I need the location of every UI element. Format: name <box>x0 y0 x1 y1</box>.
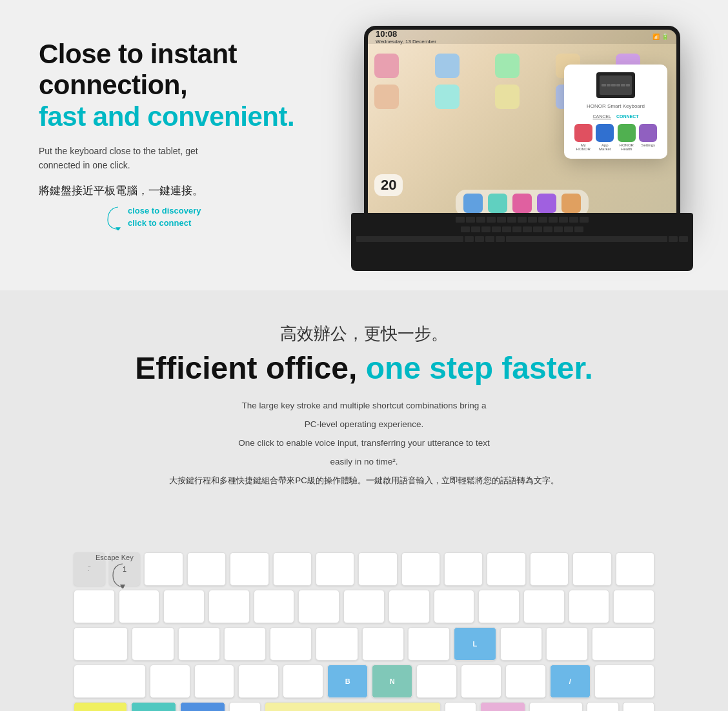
keyboard-keys-row2 <box>351 223 693 232</box>
key-period[interactable] <box>505 665 546 698</box>
headline-cyan: fast and convenient. <box>39 101 349 132</box>
headline-black: Close to instant connection, <box>39 39 349 101</box>
key-2[interactable] <box>144 552 183 586</box>
popup-connect-button[interactable]: CONNECT <box>616 114 639 119</box>
keyboard-section: Escape Key ~` 1 <box>0 507 728 711</box>
key-n[interactable]: N <box>372 665 412 698</box>
key-4[interactable] <box>230 552 268 586</box>
key-enter[interactable] <box>592 627 654 661</box>
key-x[interactable] <box>194 665 235 698</box>
key-12[interactable] <box>572 552 611 586</box>
key-j[interactable] <box>408 627 450 661</box>
key-fn[interactable] <box>587 702 618 711</box>
escape-arrow-icon <box>110 563 129 588</box>
status-time: 10:08 Wednesday, 13 December <box>376 30 436 45</box>
key-caps[interactable] <box>74 627 128 661</box>
keyboard-stand <box>351 213 693 271</box>
honor-apps-grid: My HONOR App Market HONOR Health Setting… <box>574 124 658 151</box>
key-alt-l[interactable] <box>229 702 261 711</box>
subtext: Put the keyboard close to the tablet, ge… <box>39 144 349 173</box>
escape-key-label: Escape Key <box>96 554 134 561</box>
key-c[interactable] <box>238 665 279 698</box>
curve-arrow-icon <box>103 205 123 230</box>
key-r[interactable] <box>254 590 295 623</box>
key-t[interactable] <box>298 590 339 623</box>
popup-buttons: CANCEL CONNECT <box>574 114 658 119</box>
keyboard-keys-row1 <box>351 213 693 223</box>
desc2: PC-level operating experience. <box>183 417 545 432</box>
key-m[interactable] <box>416 665 457 698</box>
discovery-text: close to discovery click to connect <box>128 205 201 230</box>
desc1: The large key stroke and multiple shortc… <box>183 399 545 414</box>
keyboard-icon <box>596 72 635 98</box>
key-tab[interactable] <box>74 590 115 623</box>
key-s[interactable] <box>178 627 220 661</box>
keyboard-layout: ~` 1 <box>74 514 654 711</box>
key-d[interactable] <box>224 627 266 661</box>
chinese-heading: 高效辦公，更快一步。 <box>26 323 702 345</box>
key-h[interactable] <box>362 627 404 661</box>
status-bar: 10:08 Wednesday, 13 December 📶 🔋 <box>368 30 676 44</box>
key-mic[interactable] <box>480 702 525 711</box>
key-6[interactable] <box>316 552 354 586</box>
key-semicolon[interactable] <box>500 627 542 661</box>
key-i[interactable] <box>434 590 475 623</box>
key-p[interactable] <box>523 590 565 623</box>
kb-row-3: L <box>74 627 654 661</box>
status-icons: 📶 🔋 <box>652 34 669 40</box>
key-g[interactable] <box>316 627 358 661</box>
key-search[interactable] <box>131 702 176 711</box>
key-3[interactable] <box>187 552 226 586</box>
tablet-mockup: 10:08 Wednesday, 13 December 📶 🔋 <box>351 26 687 271</box>
key-8[interactable] <box>401 552 440 586</box>
key-ctrl[interactable]: Ctrl <box>74 702 127 711</box>
key-b[interactable]: B <box>327 665 368 698</box>
popup-cancel-button[interactable]: CANCEL <box>592 114 611 119</box>
key-shift-l[interactable] <box>74 665 146 698</box>
key-alt-r[interactable] <box>445 702 476 711</box>
key-10[interactable] <box>487 552 525 586</box>
efficient-heading: Efficient office, one step faster. <box>26 350 702 386</box>
key-l[interactable]: L <box>454 627 496 661</box>
top-right-tablet: 10:08 Wednesday, 13 December 📶 🔋 <box>349 26 689 271</box>
key-shift-r[interactable] <box>594 665 654 698</box>
kb-row-5: Ctrl <box>74 702 654 711</box>
key-quote[interactable] <box>546 627 588 661</box>
top-section: Close to instant connection, fast and co… <box>0 0 728 290</box>
key-7[interactable] <box>358 552 397 586</box>
key-comma[interactable] <box>461 665 501 698</box>
key-dash[interactable]: — <box>529 702 583 711</box>
key-space[interactable] <box>265 702 441 711</box>
key-win[interactable] <box>180 702 225 711</box>
date-pill: 20 <box>374 174 403 196</box>
key-9[interactable] <box>444 552 483 586</box>
kb-row-4: B N / <box>74 665 654 698</box>
kb-row-2 <box>74 590 654 623</box>
connect-popup: HONOR Smart Keyboard CANCEL CONNECT My H… <box>564 65 667 159</box>
desc-chinese: 大按鍵行程和多種快捷鍵組合帶來PC級的操作體驗。一鍵啟用語音輸入，立即輕鬆將您的… <box>145 474 583 488</box>
key-bracket-r[interactable] <box>613 590 654 623</box>
key-bracket-l[interactable] <box>569 590 610 623</box>
key-v[interactable] <box>283 665 323 698</box>
discovery-arrow: close to discovery click to connect <box>103 205 349 230</box>
kb-row-1: ~` 1 <box>74 552 654 586</box>
key-11[interactable] <box>530 552 569 586</box>
desc3: One click to enable voice input, transfe… <box>183 436 545 451</box>
key-f[interactable] <box>270 627 312 661</box>
key-slash[interactable]: / <box>550 665 591 698</box>
key-13[interactable] <box>616 552 654 586</box>
key-u[interactable] <box>389 590 430 623</box>
key-q[interactable] <box>119 590 160 623</box>
key-arrow[interactable] <box>623 702 654 711</box>
key-a[interactable] <box>132 627 174 661</box>
top-left-content: Close to instant connection, fast and co… <box>39 26 349 230</box>
chinese-text: 將鍵盤接近平板電腦，一鍵連接。 <box>39 183 349 198</box>
popup-title: HONOR Smart Keyboard <box>574 103 658 109</box>
key-e[interactable] <box>208 590 250 623</box>
key-y[interactable] <box>343 590 385 623</box>
key-5[interactable] <box>273 552 312 586</box>
key-o[interactable] <box>478 590 520 623</box>
key-z[interactable] <box>150 665 190 698</box>
key-w[interactable] <box>163 590 205 623</box>
middle-section: 高效辦公，更快一步。 Efficient office, one step fa… <box>0 290 728 507</box>
